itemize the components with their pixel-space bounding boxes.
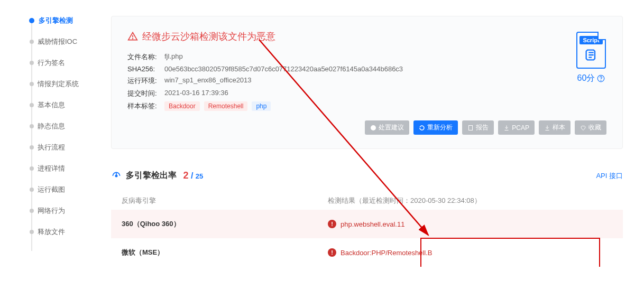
ratio-num: 2 [183, 170, 188, 181]
nav-dot [30, 82, 34, 86]
sidebar: 多引擎检测 威胁情报IOC 行为签名 情报判定系统 基本信息 静态信息 执行流程 [0, 0, 95, 267]
nav-dot [30, 209, 34, 213]
meta-label: 提交时间: [127, 89, 164, 98]
svg-point-6 [115, 175, 117, 176]
result-text: Backdoor:PHP/Remoteshell.B [341, 249, 432, 257]
meta-label: 样本标签: [127, 101, 164, 111]
meta-env: 运行环境: win7_sp1_enx86_office2013 [127, 76, 606, 86]
reanalyze-button[interactable]: 重新分析 [413, 120, 458, 135]
nav-item-behavior-sig[interactable]: 行为签名 [26, 58, 95, 68]
detection-ratio: 2 / 25 [181, 170, 203, 181]
nav-item-intel-system[interactable]: 情报判定系统 [26, 79, 95, 89]
nav-item-dropped-files[interactable]: 释放文件 [26, 227, 95, 237]
table-row: 360（Qihoo 360） ! php.webshell.eval.11 [111, 210, 623, 238]
score-box: Script 60分 [576, 32, 606, 84]
threat-icon: ! [328, 220, 336, 228]
btn-label: 样本 [553, 123, 565, 132]
refresh-icon [419, 125, 425, 131]
tags-container: Backdoor Remoteshell php [164, 101, 271, 111]
result-text: php.webshell.eval.11 [341, 220, 404, 228]
detection-result: ! Backdoor:PHP/Remoteshell.B [328, 248, 612, 257]
help-icon[interactable] [597, 74, 605, 82]
timeline-line [31, 23, 32, 251]
nav-dot [30, 103, 34, 107]
btn-label: 收藏 [588, 123, 601, 132]
nav-label: 情报判定系统 [38, 79, 79, 89]
score-value[interactable]: 60分 [576, 73, 606, 84]
engine-name: 360（Qihoo 360） [122, 219, 328, 229]
script-badge: Script [579, 36, 603, 44]
script-file-icon: Script [576, 32, 606, 69]
nav-item-ioc[interactable]: 威胁情报IOC [26, 37, 95, 46]
nav-label: 网络行为 [38, 206, 65, 216]
nav-item-multi-engine[interactable]: 多引擎检测 [26, 16, 95, 25]
warning-icon [127, 31, 138, 42]
download-icon [544, 125, 550, 131]
meta-label: 文件名称: [127, 52, 164, 62]
favorite-button[interactable]: 收藏 [575, 120, 606, 135]
ratio-den: 25 [196, 172, 203, 180]
tag-remoteshell[interactable]: Remoteshell [204, 101, 248, 111]
svg-point-5 [601, 80, 602, 81]
action-buttons: 处置建议 重新分析 报告 PCAP 样本 [127, 120, 606, 135]
nav-label: 释放文件 [38, 227, 65, 237]
nav-item-basic-info[interactable]: 基本信息 [26, 100, 95, 110]
meta-value: 2021-03-16 17:39:36 [164, 89, 228, 98]
detection-result: ! php.webshell.eval.11 [328, 220, 612, 228]
alert-text: 经微步云沙箱检测该文件为恶意 [142, 30, 275, 43]
nav-label: 行为签名 [38, 58, 65, 68]
nav-dot [30, 230, 34, 234]
tag-backdoor[interactable]: Backdoor [164, 101, 200, 111]
summary-card: 经微步云沙箱检测该文件为恶意 文件名称: fjl.php SHA256: 00e… [111, 16, 623, 149]
nav-dot [30, 166, 34, 171]
nav-item-process-detail[interactable]: 进程详情 [26, 164, 95, 173]
nav-item-execution-flow[interactable]: 执行流程 [26, 143, 95, 152]
nav-label: 基本信息 [38, 100, 65, 110]
bulb-icon [370, 125, 376, 131]
meta-sha256: SHA256: 00e563bcc38020579f8585c7d07c6c07… [127, 65, 606, 73]
svg-point-1 [133, 39, 133, 39]
meta-value: 00e563bcc38020579f8585c7d07c6c0771223420… [164, 65, 403, 73]
meta-submitted: 提交时间: 2021-03-16 17:39:36 [127, 89, 606, 98]
section-title-text: 多引擎检出率 [126, 170, 177, 181]
col-result-header: 检测结果（最近检测时间：2020-05-30 22:34:08） [328, 196, 612, 205]
nav-label: 执行流程 [38, 143, 65, 152]
api-link[interactable]: API 接口 [596, 171, 623, 181]
scroll-icon [584, 48, 599, 62]
threat-icon: ! [328, 248, 336, 257]
report-button[interactable]: 报告 [462, 120, 494, 135]
engine-name: 微软（MSE） [122, 248, 328, 257]
score-text: 60分 [577, 73, 595, 84]
btn-label: 报告 [476, 123, 489, 132]
table-row: 微软（MSE） ! Backdoor:PHP/Remoteshell.B [111, 238, 623, 267]
nav-dot [30, 61, 34, 65]
section-head: 多引擎检出率 2 / 25 API 接口 [111, 170, 623, 181]
nav-item-static-info[interactable]: 静态信息 [26, 122, 95, 131]
btn-label: 重新分析 [427, 123, 453, 132]
nav-dot [30, 188, 34, 192]
nav-label: 运行截图 [38, 185, 65, 194]
meta-value: fjl.php [164, 52, 183, 62]
download-icon [503, 125, 510, 131]
section-title: 多引擎检出率 2 / 25 [111, 170, 203, 181]
heart-icon [580, 125, 586, 131]
nav-label: 静态信息 [38, 122, 65, 131]
col-engine-header: 反病毒引擎 [122, 196, 328, 205]
table-header: 反病毒引擎 检测结果（最近检测时间：2020-05-30 22:34:08） [111, 192, 623, 210]
sample-button[interactable]: 样本 [539, 120, 571, 135]
nav-label: 进程详情 [38, 164, 65, 173]
meta-label: 运行环境: [127, 76, 164, 86]
nav-dot [30, 124, 34, 128]
btn-label: 处置建议 [379, 123, 404, 132]
doc-icon [467, 125, 474, 131]
nav-dot [30, 145, 34, 150]
tag-php[interactable]: php [252, 101, 271, 111]
svg-point-2 [371, 125, 376, 130]
meta-filename: 文件名称: fjl.php [127, 52, 606, 62]
pcap-button[interactable]: PCAP [498, 120, 535, 135]
meta-value: win7_sp1_enx86_office2013 [164, 76, 252, 86]
suggest-button[interactable]: 处置建议 [365, 120, 409, 135]
nav-item-network[interactable]: 网络行为 [26, 206, 95, 216]
nav-item-screenshot[interactable]: 运行截图 [26, 185, 95, 194]
nav-dot [30, 40, 34, 44]
